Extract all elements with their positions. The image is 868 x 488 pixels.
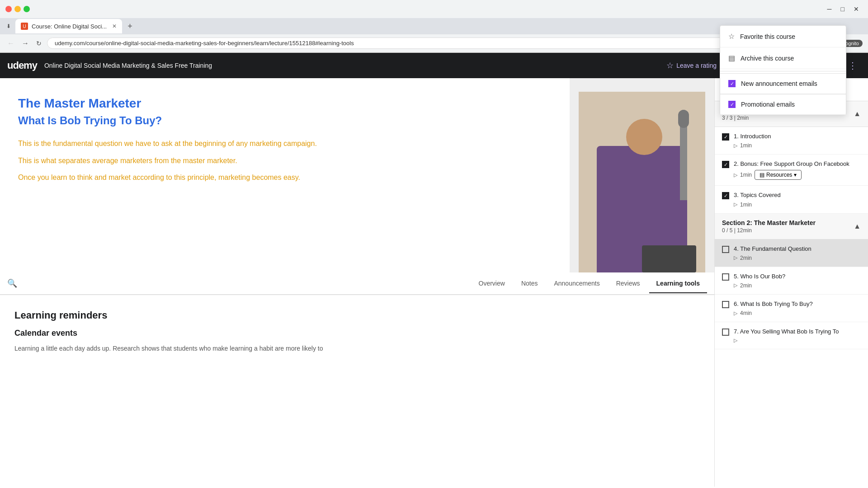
back-btn[interactable]: ← — [5, 38, 16, 49]
laptop — [642, 245, 696, 272]
window-minimize-btn[interactable] — [14, 6, 21, 12]
lecture-1-info: 1. Introduction ▷ 1min — [734, 132, 861, 149]
dropdown-divider — [720, 71, 846, 71]
win-close-btn[interactable]: ✕ — [850, 4, 863, 14]
section1-progress: 3 / 3 | 2min — [722, 115, 750, 121]
lecture-6-meta: ▷ 4min — [734, 310, 861, 316]
window-close-btn[interactable] — [5, 6, 12, 12]
section2-header[interactable]: Section 2: The Master Marketer 0 / 5 | 1… — [715, 214, 868, 239]
lecture-4-checkbox[interactable] — [722, 246, 729, 253]
address-bar[interactable] — [47, 38, 743, 49]
lecture-6-duration: 4min — [740, 310, 752, 316]
star-icon: ☆ — [666, 61, 674, 70]
section1-collapse-icon: ▲ — [854, 110, 861, 118]
win-controls: ─ □ ✕ — [824, 4, 863, 14]
lecture-item-6[interactable]: 6. What Is Bob Trying To Buy? ▷ 4min — [715, 295, 868, 322]
dropdown-menu: ☆ Favorite this course ▤ Archive this co… — [720, 25, 846, 115]
lecture-item-2[interactable]: ✓ 2. Bonus: Free Support Group On Facebo… — [715, 155, 868, 186]
win-maximize-btn[interactable]: □ — [837, 4, 848, 14]
mic-stand — [680, 110, 687, 200]
play-icon-4: ▷ — [734, 255, 737, 261]
tab-close-btn[interactable]: ✕ — [112, 23, 117, 29]
tab-notes[interactable]: Notes — [514, 274, 545, 293]
section2-collapse-icon: ▲ — [854, 222, 861, 230]
announcement-checkbox[interactable]: ✓ — [728, 80, 736, 87]
lecture-3-duration: 1min — [740, 202, 752, 208]
play-icon-7: ▷ — [734, 338, 737, 343]
promotional-emails-item[interactable]: ✓ Promotional emails — [720, 94, 846, 115]
lecture-5-meta: ▷ 2min — [734, 282, 861, 289]
lecture-7-checkbox[interactable] — [722, 328, 729, 336]
sidebar: Course content Section 1 3 / 3 | 2min ▲ … — [714, 78, 868, 487]
leave-rating-btn[interactable]: ☆ Leave a rating — [666, 61, 717, 70]
lecture-4-duration: 2min — [740, 255, 752, 261]
presenter-illustration — [579, 92, 705, 272]
more-options-btn[interactable]: ⋮ — [844, 58, 861, 73]
lecture-6-info: 6. What Is Bob Trying To Buy? ▷ 4min — [734, 300, 861, 316]
archive-label: Archive this course — [741, 55, 794, 62]
slide-body-1: This is the fundamental question we have… — [18, 138, 552, 150]
presenter-head — [626, 119, 662, 155]
content-area: Learning reminders Calendar events Learn… — [0, 295, 714, 487]
lecture-item-7[interactable]: 7. Are You Selling What Bob Is Trying To… — [715, 322, 868, 349]
leave-rating-label: Leave a rating — [676, 62, 717, 69]
lecture-item-3[interactable]: ✓ 3. Topics Covered ▷ 1min — [715, 186, 868, 213]
star-outline-icon: ☆ — [728, 32, 735, 41]
lecture-3-meta: ▷ 1min — [734, 202, 861, 208]
archive-icon: ▤ — [728, 54, 735, 62]
lecture-7-info: 7. Are You Selling What Bob Is Trying To… — [734, 328, 861, 343]
video-container[interactable]: The Master Marketer What Is Bob Trying T… — [0, 78, 714, 272]
slide-presenter — [570, 78, 714, 272]
tab-announcements[interactable]: Announcements — [547, 274, 607, 293]
active-tab[interactable]: U Course: Online Digital Soci... ✕ — [15, 19, 122, 33]
lecture-4-name: 4. The Fundamental Question — [734, 245, 861, 253]
mic-head — [678, 110, 689, 128]
lecture-2-checkbox[interactable]: ✓ — [722, 161, 729, 168]
favorite-label: Favorite this course — [740, 33, 795, 40]
lecture-1-checkbox[interactable]: ✓ — [722, 133, 729, 141]
play-icon-6: ▷ — [734, 310, 737, 316]
udemy-logo: udemy — [7, 60, 37, 71]
lecture-5-info: 5. Who Is Our Bob? ▷ 2min — [734, 272, 861, 289]
lecture-3-name: 3. Topics Covered — [734, 191, 861, 199]
slide-content: The Master Marketer What Is Bob Trying T… — [0, 78, 714, 272]
win-minimize-btn[interactable]: ─ — [824, 4, 835, 14]
tab-label: Course: Online Digital Soci... — [32, 23, 107, 30]
new-tab-btn[interactable]: + — [124, 22, 136, 31]
lecture-item-1[interactable]: ✓ 1. Introduction ▷ 1min — [715, 127, 868, 155]
lecture-1-duration: 1min — [740, 142, 752, 149]
window-maximize-btn[interactable] — [24, 6, 30, 12]
favorite-course-item[interactable]: ☆ Favorite this course — [720, 26, 846, 47]
announcement-emails-item[interactable]: ✓ New announcement emails — [720, 73, 846, 94]
tabs-bar: 🔍 Overview Notes Announcements Reviews L… — [0, 272, 714, 295]
lecture-1-meta: ▷ 1min — [734, 142, 861, 149]
titlebar: ─ □ ✕ — [0, 0, 868, 18]
archive-course-item[interactable]: ▤ Archive this course — [720, 47, 846, 69]
lecture-3-info: 3. Topics Covered ▷ 1min — [734, 191, 861, 207]
promotional-checkbox[interactable]: ✓ — [728, 101, 736, 108]
lecture-6-checkbox[interactable] — [722, 301, 729, 308]
resources-btn-2[interactable]: ▤ Resources ▾ — [755, 170, 802, 180]
lecture-2-meta: ▷ 1min ▤ Resources ▾ — [734, 170, 861, 180]
tab-overview[interactable]: Overview — [472, 274, 512, 293]
learning-reminders-heading: Learning reminders — [14, 310, 700, 321]
tab-learning-tools[interactable]: Learning tools — [649, 274, 707, 293]
lecture-item-4[interactable]: 4. The Fundamental Question ▷ 2min — [715, 239, 868, 267]
section2-name: Section 2: The Master Marketer — [722, 219, 816, 226]
reload-btn[interactable]: ↻ — [34, 38, 43, 49]
search-icon[interactable]: 🔍 — [7, 278, 17, 288]
forward-btn[interactable]: → — [20, 38, 31, 49]
tab-reviews[interactable]: Reviews — [609, 274, 647, 293]
slide-title: The Master Marketer — [18, 96, 552, 111]
slide-body-2: This is what separates average marketers… — [18, 155, 552, 167]
lecture-5-checkbox[interactable] — [722, 273, 729, 281]
lecture-3-checkbox[interactable]: ✓ — [722, 192, 729, 199]
lecture-4-meta: ▷ 2min — [734, 255, 861, 261]
slide-text: The Master Marketer What Is Bob Trying T… — [0, 78, 570, 272]
video-slide: The Master Marketer What Is Bob Trying T… — [0, 78, 714, 272]
lecture-5-name: 5. Who Is Our Bob? — [734, 272, 861, 281]
tab-favicon: U — [21, 23, 28, 30]
lecture-item-5[interactable]: 5. Who Is Our Bob? ▷ 2min — [715, 267, 868, 295]
lecture-5-duration: 2min — [740, 282, 752, 289]
resources-icon-2: ▤ — [760, 172, 764, 178]
